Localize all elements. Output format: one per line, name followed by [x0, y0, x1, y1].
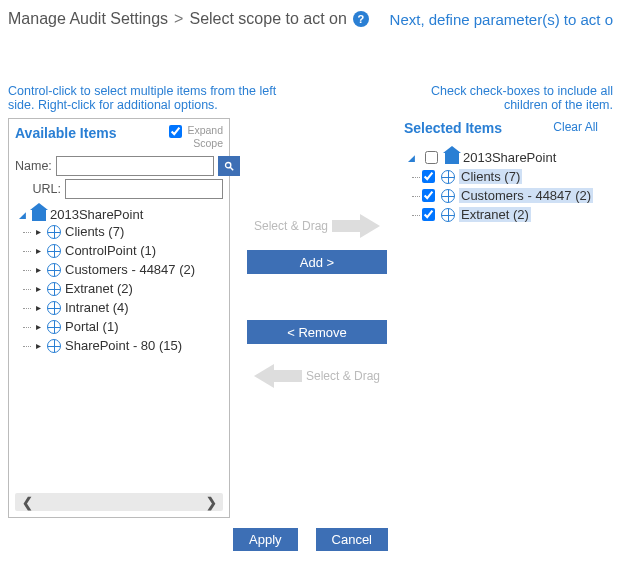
globe-icon [47, 339, 61, 353]
globe-icon [47, 301, 61, 315]
tree-item-label: Clients (7) [65, 224, 124, 239]
hint-left: Control-click to select multiple items f… [8, 84, 288, 112]
tree-root-available[interactable]: ◢ 2013SharePoint [19, 207, 223, 222]
tree-item[interactable]: ▸Portal (1) [33, 317, 223, 336]
globe-icon [441, 189, 455, 203]
tree-item-label: SharePoint - 80 (15) [65, 338, 182, 353]
globe-icon [441, 208, 455, 222]
available-items-title: Available Items [15, 125, 116, 141]
tree-item[interactable]: Customers - 44847 (2) [422, 186, 598, 205]
expand-scope-toggle[interactable]: Expand Scope [169, 125, 223, 149]
home-icon [445, 152, 459, 164]
crumb-sep: > [174, 10, 183, 28]
crumb-manage-audit[interactable]: Manage Audit Settings [8, 10, 168, 28]
globe-icon [47, 320, 61, 334]
tree-item[interactable]: ▸ControlPoint (1) [33, 241, 223, 260]
url-input[interactable] [65, 179, 223, 199]
tree-item[interactable]: ▸Extranet (2) [33, 279, 223, 298]
action-buttons: Apply Cancel [8, 528, 613, 551]
next-step-link[interactable]: Next, define parameter(s) to act o [390, 11, 613, 28]
tree-item-label: Intranet (4) [65, 300, 129, 315]
search-icon [224, 160, 234, 172]
url-label: URL: [15, 182, 61, 196]
tree-item-label: ControlPoint (1) [65, 243, 156, 258]
tree-item-label: Customers - 44847 (2) [65, 262, 195, 277]
hint-right: Check check-boxes to include all childre… [423, 84, 613, 112]
hint-row: Control-click to select multiple items f… [8, 84, 613, 112]
horizontal-scrollbar[interactable]: ❮ ❯ [15, 493, 223, 511]
tree-item[interactable]: ▸Customers - 44847 (2) [33, 260, 223, 279]
selected-items-title: Selected Items [404, 120, 502, 136]
svg-line-1 [230, 167, 233, 170]
search-button[interactable] [218, 156, 240, 176]
arrow-right-icon [360, 214, 380, 238]
globe-icon [47, 263, 61, 277]
item-checkbox[interactable] [422, 170, 435, 183]
expand-icon[interactable]: ▸ [33, 245, 43, 256]
globe-icon [47, 244, 61, 258]
apply-button[interactable]: Apply [233, 528, 298, 551]
cancel-button[interactable]: Cancel [316, 528, 388, 551]
tree-item-label: Extranet (2) [459, 207, 531, 222]
tree-item-label: Portal (1) [65, 319, 118, 334]
home-icon [32, 209, 46, 221]
tree-item-label: Extranet (2) [65, 281, 133, 296]
name-input[interactable] [56, 156, 214, 176]
root-label: 2013SharePoint [463, 150, 556, 165]
globe-icon [47, 282, 61, 296]
clear-all-link[interactable]: Clear All [553, 120, 598, 134]
svg-point-0 [225, 163, 230, 168]
tree-item-label: Customers - 44847 (2) [459, 188, 593, 203]
expand-icon[interactable]: ▸ [33, 321, 43, 332]
tree-item[interactable]: ▸Clients (7) [33, 222, 223, 241]
crumb-select-scope: Select scope to act on [189, 10, 346, 28]
available-tree: ◢ 2013SharePoint ▸Clients (7) ▸ControlPo… [15, 207, 223, 355]
name-label: Name: [15, 159, 52, 173]
breadcrumb-bar: Manage Audit Settings > Select scope to … [8, 8, 613, 42]
tree-item[interactable]: ▸Intranet (4) [33, 298, 223, 317]
item-checkbox[interactable] [422, 189, 435, 202]
collapse-icon[interactable]: ◢ [19, 210, 26, 220]
expand-icon[interactable]: ▸ [33, 226, 43, 237]
drag-hint-left: Select & Drag [254, 364, 380, 388]
tree-root-selected[interactable]: ◢ 2013SharePoint [408, 148, 598, 167]
root-checkbox[interactable] [425, 151, 438, 164]
selected-items-panel: Selected Items Clear All ◢ 2013SharePoin… [404, 118, 598, 518]
scroll-right-icon[interactable]: ❯ [199, 495, 223, 510]
available-items-panel: Available Items Expand Scope Name: URL: … [8, 118, 230, 518]
arrow-left-icon [254, 364, 274, 388]
expand-scope-checkbox[interactable] [169, 125, 182, 138]
item-checkbox[interactable] [422, 208, 435, 221]
globe-icon [47, 225, 61, 239]
expand-icon[interactable]: ▸ [33, 264, 43, 275]
tree-item[interactable]: Clients (7) [422, 167, 598, 186]
expand-icon[interactable]: ▸ [33, 283, 43, 294]
collapse-icon[interactable]: ◢ [408, 153, 415, 163]
drag-hint-right: Select & Drag [254, 214, 380, 238]
expand-icon[interactable]: ▸ [33, 340, 43, 351]
transfer-controls: Select & Drag Add > < Remove Select & Dr… [242, 118, 392, 394]
add-button[interactable]: Add > [247, 250, 387, 274]
scroll-left-icon[interactable]: ❮ [15, 495, 39, 510]
root-label: 2013SharePoint [50, 207, 143, 222]
globe-icon [441, 170, 455, 184]
tree-item-label: Clients (7) [459, 169, 522, 184]
expand-icon[interactable]: ▸ [33, 302, 43, 313]
help-icon[interactable]: ? [353, 11, 369, 27]
tree-item[interactable]: Extranet (2) [422, 205, 598, 224]
remove-button[interactable]: < Remove [247, 320, 387, 344]
selected-tree: ◢ 2013SharePoint Clients (7) Customers -… [404, 148, 598, 224]
tree-item[interactable]: ▸SharePoint - 80 (15) [33, 336, 223, 355]
